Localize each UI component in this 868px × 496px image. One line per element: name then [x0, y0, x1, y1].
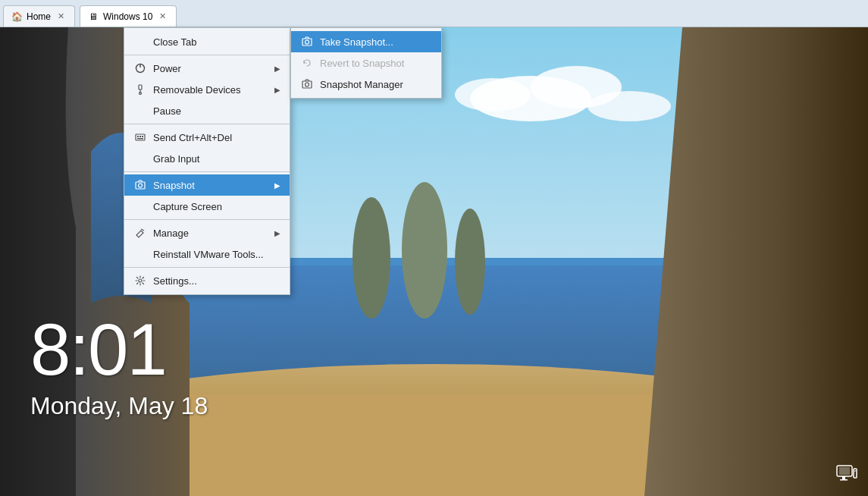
power-icon — [133, 61, 147, 75]
svg-rect-14 — [842, 476, 845, 479]
menu-separator-1 — [124, 124, 290, 124]
clock-time: 8:01 — [30, 313, 208, 386]
submenu-item-revert-snapshot[interactable]: Revert to Snapshot — [291, 52, 441, 74]
clock-date: Monday, May 18 — [30, 392, 208, 420]
submenu-item-take-snapshot[interactable]: Take Snapshot... — [291, 31, 441, 52]
manage-icon — [133, 226, 147, 240]
svg-point-3 — [455, 78, 531, 111]
tab-windows10[interactable]: 🖥 Windows 10 ✕ — [80, 5, 177, 27]
manage-label: Manage — [153, 228, 268, 239]
menu-separator-4 — [124, 267, 290, 268]
svg-rect-27 — [137, 138, 143, 140]
revert-snapshot-icon — [300, 56, 314, 70]
svg-rect-15 — [840, 479, 848, 481]
menu-separator-3 — [124, 219, 290, 220]
menu-item-settings[interactable]: Settings... — [124, 270, 290, 291]
windows-icon: 🖥 — [88, 11, 99, 22]
svg-rect-25 — [139, 136, 141, 137]
removable-devices-arrow: ▶ — [274, 86, 280, 94]
menu-item-removable-devices[interactable]: Removable Devices ▶ — [124, 79, 290, 100]
grab-input-label: Grab Input — [153, 153, 280, 165]
snapshot-icon — [133, 178, 147, 192]
context-menu: Close Tab Power ▶ Removable Devices ▶ Pa… — [124, 27, 290, 295]
svg-point-11 — [455, 209, 485, 315]
tab-windows10-close[interactable]: ✕ — [157, 11, 168, 22]
svg-point-9 — [353, 197, 390, 319]
menu-item-ctrl-alt-del[interactable]: Send Ctrl+Alt+Del — [124, 127, 290, 148]
snapshot-label: Snapshot — [153, 180, 268, 191]
pause-label: Pause — [153, 105, 280, 117]
menu-item-capture-screen[interactable]: Capture Screen — [124, 196, 290, 217]
settings-label: Settings... — [153, 275, 280, 287]
monitor-status-icon — [836, 465, 857, 485]
close-tab-icon — [133, 35, 147, 49]
revert-snapshot-label: Revert to Snapshot — [320, 58, 432, 69]
svg-rect-20 — [139, 85, 142, 89]
keyboard-icon — [133, 130, 147, 144]
svg-point-29 — [139, 184, 143, 187]
menu-item-manage[interactable]: Manage ▶ — [124, 222, 290, 243]
snapshot-manager-label: Snapshot Manager — [320, 79, 432, 90]
menu-item-close-tab[interactable]: Close Tab — [124, 31, 290, 52]
power-arrow: ▶ — [274, 64, 280, 73]
menu-separator-0 — [124, 55, 290, 55]
snapshot-arrow: ▶ — [274, 181, 280, 190]
snapshot-submenu: Take Snapshot... Revert to Snapshot Snap… — [290, 27, 442, 99]
svg-point-35 — [306, 83, 309, 86]
take-snapshot-icon — [300, 35, 314, 49]
capture-icon — [133, 199, 147, 213]
submenu-item-snapshot-manager[interactable]: Snapshot Manager — [291, 74, 441, 95]
svg-rect-26 — [142, 136, 143, 137]
take-snapshot-label: Take Snapshot... — [320, 36, 432, 48]
svg-rect-32 — [302, 39, 312, 46]
svg-line-30 — [141, 229, 144, 231]
ctrl-alt-del-label: Send Ctrl+Alt+Del — [153, 132, 280, 143]
menu-item-grab-input[interactable]: Grab Input — [124, 148, 290, 169]
usb-icon — [133, 83, 147, 96]
svg-point-33 — [306, 40, 309, 44]
svg-rect-24 — [137, 136, 139, 137]
tab-home[interactable]: 🏠 Home ✕ — [3, 5, 75, 27]
menu-item-reinstall-vmware[interactable]: Reinstall VMware Tools... — [124, 243, 290, 265]
svg-point-4 — [588, 91, 671, 121]
svg-rect-17 — [855, 470, 856, 472]
svg-point-10 — [402, 182, 447, 319]
manage-arrow: ▶ — [274, 229, 280, 237]
menu-item-snapshot[interactable]: Snapshot ▶ — [124, 174, 290, 196]
capture-screen-label: Capture Screen — [153, 201, 280, 212]
snapshot-manager-icon — [300, 77, 314, 91]
svg-rect-13 — [839, 467, 850, 475]
reinstall-vmware-label: Reinstall VMware Tools... — [153, 249, 280, 260]
menu-item-power[interactable]: Power ▶ — [124, 58, 290, 79]
reinstall-icon — [133, 247, 147, 261]
menu-separator-2 — [124, 171, 290, 172]
removable-devices-label: Removable Devices — [153, 84, 268, 96]
svg-rect-34 — [302, 81, 312, 88]
tab-windows10-label: Windows 10 — [103, 11, 152, 22]
menu-item-pause[interactable]: Pause — [124, 100, 290, 121]
home-icon: 🏠 — [11, 11, 22, 22]
close-tab-label: Close Tab — [153, 36, 280, 48]
tab-bar: 🏠 Home ✕ 🖥 Windows 10 ✕ — [0, 0, 868, 27]
pause-icon — [133, 104, 147, 118]
svg-rect-28 — [136, 182, 145, 189]
tab-home-label: Home — [27, 11, 51, 22]
svg-point-31 — [139, 279, 142, 282]
svg-rect-16 — [854, 469, 857, 478]
tab-home-close[interactable]: ✕ — [55, 11, 67, 22]
clock-container: 8:01 Monday, May 18 — [30, 313, 208, 420]
grab-icon — [133, 152, 147, 165]
power-label: Power — [153, 63, 268, 74]
settings-icon — [133, 274, 147, 287]
